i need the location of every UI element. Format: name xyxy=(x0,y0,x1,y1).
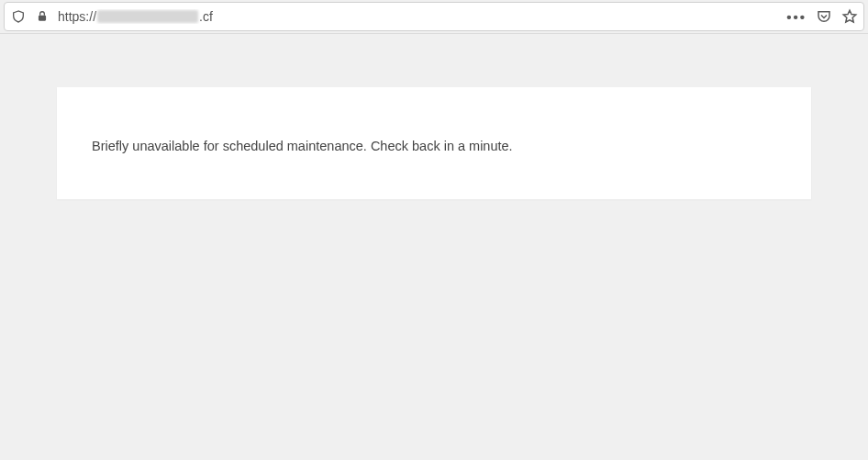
svg-rect-0 xyxy=(39,16,46,21)
shield-icon[interactable] xyxy=(10,8,27,25)
url-redacted-segment xyxy=(97,10,198,23)
bookmark-star-icon[interactable] xyxy=(841,8,858,25)
maintenance-message: Briefly unavailable for scheduled mainte… xyxy=(92,139,776,153)
url-prefix: https:// xyxy=(58,9,96,24)
address-bar[interactable]: https:// .cf ••• xyxy=(4,2,864,31)
pocket-icon[interactable] xyxy=(816,8,832,25)
url-text[interactable]: https:// .cf xyxy=(58,9,772,24)
more-menu-icon[interactable]: ••• xyxy=(786,10,807,24)
address-bar-actions: ••• xyxy=(786,8,858,25)
lock-icon[interactable] xyxy=(34,8,50,25)
content-card: Briefly unavailable for scheduled mainte… xyxy=(57,87,811,199)
url-suffix: .cf xyxy=(199,9,213,24)
page-viewport: Briefly unavailable for scheduled mainte… xyxy=(0,34,868,199)
